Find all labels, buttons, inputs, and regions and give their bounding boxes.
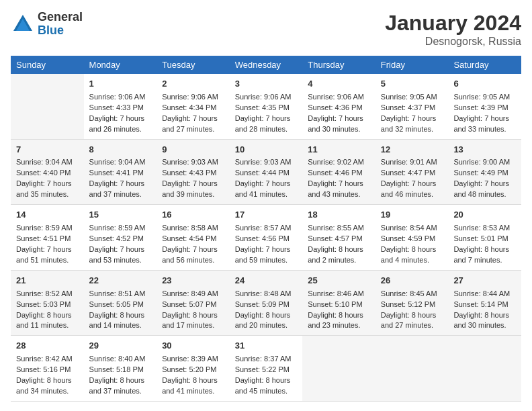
calendar-cell xyxy=(302,336,375,402)
sunrise-time: Sunrise: 9:00 AM xyxy=(453,158,510,166)
daylight-hours: Daylight: 7 hours and 27 minutes. xyxy=(162,114,218,133)
calendar-cell: 12Sunrise: 9:01 AMSunset: 4:47 PMDayligh… xyxy=(375,139,449,205)
calendar-cell: 17Sunrise: 8:57 AMSunset: 4:56 PMDayligh… xyxy=(230,205,303,271)
sunrise-time: Sunrise: 8:57 AM xyxy=(235,224,292,232)
sunrise-time: Sunrise: 9:04 AM xyxy=(89,158,146,166)
sunrise-time: Sunrise: 8:55 AM xyxy=(308,224,364,232)
calendar-cell: 15Sunrise: 8:59 AMSunset: 4:52 PMDayligh… xyxy=(84,205,157,271)
daylight-hours: Daylight: 8 hours and 41 minutes. xyxy=(162,376,218,395)
column-header-saturday: Saturday xyxy=(448,56,521,74)
day-number: 18 xyxy=(308,209,370,222)
sunrise-time: Sunrise: 9:03 AM xyxy=(235,158,292,166)
calendar-week-row: 7Sunrise: 9:04 AMSunset: 4:40 PMDaylight… xyxy=(11,139,521,205)
daylight-hours: Daylight: 7 hours and 43 minutes. xyxy=(308,179,363,198)
sunset-time: Sunset: 4:49 PM xyxy=(453,169,508,177)
daylight-hours: Daylight: 8 hours and 20 minutes. xyxy=(235,311,291,330)
day-number: 2 xyxy=(162,78,224,91)
day-number: 24 xyxy=(235,275,298,287)
daylight-hours: Daylight: 8 hours and 45 minutes. xyxy=(235,376,291,395)
calendar-cell: 21Sunrise: 8:52 AMSunset: 5:03 PMDayligh… xyxy=(11,270,84,336)
sunrise-time: Sunrise: 9:04 AM xyxy=(16,158,73,166)
sunset-time: Sunset: 5:18 PM xyxy=(89,365,144,373)
sunrise-time: Sunrise: 8:51 AM xyxy=(89,289,146,298)
daylight-hours: Daylight: 8 hours and 11 minutes. xyxy=(16,311,72,330)
calendar-cell: 28Sunrise: 8:42 AMSunset: 5:16 PMDayligh… xyxy=(11,336,84,402)
sunrise-time: Sunrise: 9:03 AM xyxy=(162,158,218,166)
calendar-title: January 2024 xyxy=(385,11,521,36)
sunrise-time: Sunrise: 8:58 AM xyxy=(162,224,218,232)
calendar-week-row: 14Sunrise: 8:59 AMSunset: 4:51 PMDayligh… xyxy=(11,205,521,271)
day-number: 26 xyxy=(381,275,443,287)
daylight-hours: Daylight: 7 hours and 46 minutes. xyxy=(381,179,437,198)
sunset-time: Sunset: 4:37 PM xyxy=(381,103,435,111)
day-number: 17 xyxy=(235,209,298,222)
calendar-cell: 8Sunrise: 9:04 AMSunset: 4:41 PMDaylight… xyxy=(84,139,157,205)
logo-icon xyxy=(11,12,35,36)
calendar-cell: 6Sunrise: 9:05 AMSunset: 4:39 PMDaylight… xyxy=(448,74,521,139)
column-header-sunday: Sunday xyxy=(11,56,84,74)
daylight-hours: Daylight: 7 hours and 30 minutes. xyxy=(308,114,363,133)
sunrise-time: Sunrise: 9:06 AM xyxy=(235,93,292,101)
day-number: 20 xyxy=(453,209,516,222)
sunrise-time: Sunrise: 8:52 AM xyxy=(16,289,73,298)
sunrise-time: Sunrise: 8:44 AM xyxy=(453,289,510,298)
daylight-hours: Daylight: 7 hours and 37 minutes. xyxy=(89,179,145,198)
sunset-time: Sunset: 4:43 PM xyxy=(162,169,216,177)
column-header-thursday: Thursday xyxy=(302,56,375,74)
sunset-time: Sunset: 4:41 PM xyxy=(89,169,144,177)
sunrise-time: Sunrise: 9:05 AM xyxy=(381,93,437,101)
calendar-cell xyxy=(375,336,449,402)
logo: General Blue xyxy=(11,11,83,38)
calendar-cell: 13Sunrise: 9:00 AMSunset: 4:49 PMDayligh… xyxy=(448,139,521,205)
calendar-cell: 31Sunrise: 8:37 AMSunset: 5:22 PMDayligh… xyxy=(230,336,303,402)
day-number: 7 xyxy=(16,144,79,156)
day-number: 16 xyxy=(162,209,224,222)
daylight-hours: Daylight: 7 hours and 51 minutes. xyxy=(16,245,72,264)
daylight-hours: Daylight: 7 hours and 35 minutes. xyxy=(16,179,72,198)
day-number: 9 xyxy=(162,144,224,156)
daylight-hours: Daylight: 7 hours and 39 minutes. xyxy=(162,179,218,198)
sunset-time: Sunset: 5:07 PM xyxy=(162,300,216,308)
sunset-time: Sunset: 5:16 PM xyxy=(16,365,71,373)
daylight-hours: Daylight: 7 hours and 59 minutes. xyxy=(235,245,291,264)
calendar-cell: 29Sunrise: 8:40 AMSunset: 5:18 PMDayligh… xyxy=(84,336,157,402)
day-number: 14 xyxy=(16,209,79,222)
calendar-cell: 7Sunrise: 9:04 AMSunset: 4:40 PMDaylight… xyxy=(11,139,84,205)
calendar-cell: 3Sunrise: 9:06 AMSunset: 4:35 PMDaylight… xyxy=(230,74,303,139)
daylight-hours: Daylight: 7 hours and 32 minutes. xyxy=(381,114,437,133)
sunset-time: Sunset: 4:51 PM xyxy=(16,234,71,242)
sunset-time: Sunset: 4:54 PM xyxy=(162,234,216,242)
sunset-time: Sunset: 5:22 PM xyxy=(235,365,290,373)
sunrise-time: Sunrise: 9:05 AM xyxy=(453,93,510,101)
daylight-hours: Daylight: 7 hours and 33 minutes. xyxy=(453,114,509,133)
sunrise-time: Sunrise: 8:48 AM xyxy=(235,289,292,298)
calendar-week-row: 28Sunrise: 8:42 AMSunset: 5:16 PMDayligh… xyxy=(11,336,521,402)
day-number: 4 xyxy=(308,78,370,91)
daylight-hours: Daylight: 8 hours and 7 minutes. xyxy=(453,245,509,264)
sunrise-time: Sunrise: 9:06 AM xyxy=(162,93,218,101)
daylight-hours: Daylight: 7 hours and 41 minutes. xyxy=(235,179,291,198)
sunrise-time: Sunrise: 8:46 AM xyxy=(308,289,364,298)
daylight-hours: Daylight: 8 hours and 4 minutes. xyxy=(381,245,437,264)
daylight-hours: Daylight: 7 hours and 56 minutes. xyxy=(162,245,218,264)
sunrise-time: Sunrise: 8:37 AM xyxy=(235,355,292,363)
day-number: 21 xyxy=(16,275,79,287)
daylight-hours: Daylight: 7 hours and 28 minutes. xyxy=(235,114,291,133)
daylight-hours: Daylight: 7 hours and 48 minutes. xyxy=(453,179,509,198)
calendar-table: SundayMondayTuesdayWednesdayThursdayFrid… xyxy=(11,56,521,402)
sunrise-time: Sunrise: 9:01 AM xyxy=(381,158,437,166)
calendar-cell: 11Sunrise: 9:02 AMSunset: 4:46 PMDayligh… xyxy=(302,139,375,205)
sunrise-time: Sunrise: 8:42 AM xyxy=(16,355,73,363)
calendar-week-row: 21Sunrise: 8:52 AMSunset: 5:03 PMDayligh… xyxy=(11,270,521,336)
calendar-cell: 4Sunrise: 9:06 AMSunset: 4:36 PMDaylight… xyxy=(302,74,375,139)
daylight-hours: Daylight: 7 hours and 26 minutes. xyxy=(89,114,145,133)
daylight-hours: Daylight: 8 hours and 14 minutes. xyxy=(89,311,145,330)
day-number: 27 xyxy=(453,275,516,287)
sunset-time: Sunset: 4:47 PM xyxy=(381,169,435,177)
calendar-cell: 23Sunrise: 8:49 AMSunset: 5:07 PMDayligh… xyxy=(157,270,230,336)
sunset-time: Sunset: 5:20 PM xyxy=(162,365,216,373)
calendar-cell: 30Sunrise: 8:39 AMSunset: 5:20 PMDayligh… xyxy=(157,336,230,402)
day-number: 11 xyxy=(308,144,370,156)
day-number: 19 xyxy=(381,209,443,222)
calendar-cell: 22Sunrise: 8:51 AMSunset: 5:05 PMDayligh… xyxy=(84,270,157,336)
